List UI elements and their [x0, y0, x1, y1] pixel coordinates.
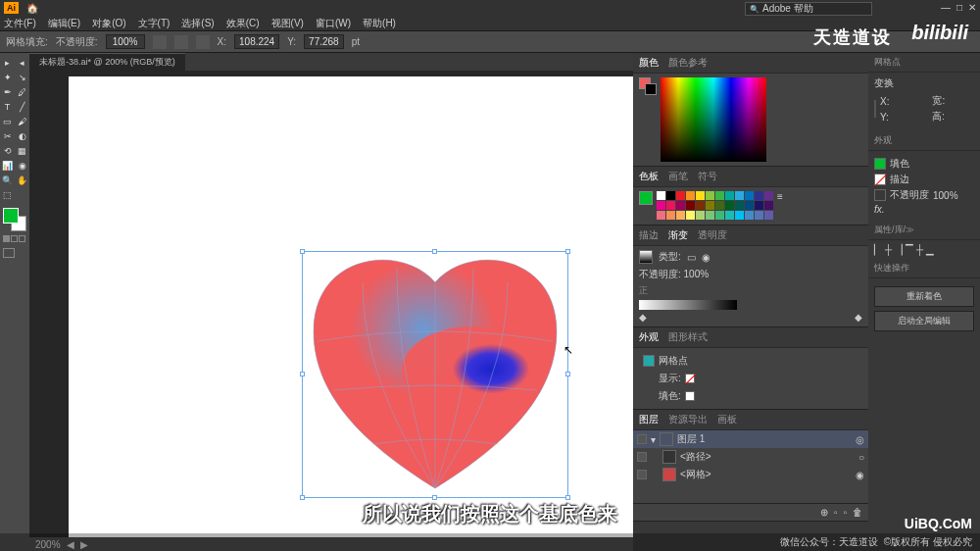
- target-icon[interactable]: ◎: [856, 434, 864, 445]
- artboard-tool[interactable]: ⬚: [0, 187, 15, 202]
- swatch[interactable]: [725, 201, 734, 210]
- object-name[interactable]: <网格>: [680, 468, 711, 481]
- gradient-thumb[interactable]: [639, 250, 653, 264]
- swatch[interactable]: [686, 201, 695, 210]
- swatch[interactable]: [676, 211, 685, 220]
- zoom-tool[interactable]: 🔍: [0, 173, 15, 187]
- swatch[interactable]: [745, 191, 754, 200]
- swatch[interactable]: [764, 201, 773, 210]
- color-mode-solid[interactable]: [3, 235, 10, 242]
- pen-tool[interactable]: ✒: [0, 84, 15, 99]
- appear-stroke-swatch[interactable]: [685, 391, 695, 401]
- scissors-tool[interactable]: ✂: [0, 128, 15, 143]
- tab-gradient[interactable]: 渐变: [668, 228, 688, 242]
- hand-tool[interactable]: ✋: [15, 173, 29, 187]
- tab-layers[interactable]: 图层: [639, 413, 659, 426]
- swatch[interactable]: [696, 211, 705, 220]
- close-button[interactable]: ✕: [968, 2, 976, 13]
- swatch[interactable]: [706, 201, 714, 210]
- direct-selection-tool[interactable]: ◂: [15, 55, 29, 70]
- color-mode-gradient[interactable]: [11, 235, 18, 242]
- gradient-stop-right[interactable]: ◆: [855, 312, 862, 323]
- swatch[interactable]: [666, 211, 675, 220]
- handle-ml[interactable]: [300, 372, 305, 376]
- swatch[interactable]: [745, 201, 754, 210]
- reference-point[interactable]: [874, 100, 876, 118]
- swatch[interactable]: [686, 191, 695, 200]
- magic-wand-tool[interactable]: ✦: [0, 70, 15, 84]
- handle-tl[interactable]: [300, 249, 305, 254]
- maximize-button[interactable]: □: [956, 2, 962, 13]
- prop-stroke-swatch[interactable]: [874, 174, 886, 185]
- align-left-icon[interactable]: ▏: [874, 244, 882, 255]
- lasso-tool[interactable]: ↘: [15, 70, 29, 84]
- swatch[interactable]: [657, 211, 665, 220]
- line-tool[interactable]: ╱: [15, 99, 29, 114]
- swatch[interactable]: [696, 191, 705, 200]
- menu-object[interactable]: 对象(O): [92, 17, 125, 30]
- panel-fill-swatch[interactable]: [639, 191, 653, 205]
- swatch[interactable]: [755, 191, 763, 200]
- menu-select[interactable]: 选择(S): [181, 17, 214, 30]
- menu-file[interactable]: 文件(F): [4, 17, 36, 30]
- expand-icon[interactable]: ▾: [651, 434, 656, 445]
- handle-bl[interactable]: [300, 495, 305, 500]
- selection-tool[interactable]: ▸: [0, 55, 15, 70]
- y-input[interactable]: 77.268: [304, 34, 344, 49]
- prop-fill-swatch[interactable]: [874, 158, 886, 170]
- swatch[interactable]: [725, 211, 734, 220]
- visibility-toggle[interactable]: [637, 452, 647, 462]
- align-top-icon[interactable]: ▔: [906, 244, 913, 255]
- handle-br[interactable]: [565, 495, 570, 500]
- swatch[interactable]: [676, 191, 685, 200]
- tab-color-guide[interactable]: 颜色参考: [668, 56, 708, 70]
- canvas-viewport[interactable]: ↖: [29, 71, 633, 537]
- swatch[interactable]: [764, 191, 773, 200]
- menu-help[interactable]: 帮助(H): [363, 17, 396, 30]
- object-name[interactable]: <路径>: [680, 450, 711, 464]
- align-icon-2[interactable]: [174, 35, 188, 49]
- appear-fill-swatch[interactable]: [685, 374, 695, 383]
- visibility-toggle[interactable]: [637, 470, 647, 479]
- tab-swatches[interactable]: 色板: [639, 170, 659, 183]
- menu-view[interactable]: 视图(V): [271, 17, 304, 30]
- prop-opacity-input[interactable]: 100%: [933, 190, 958, 201]
- gradient-tool[interactable]: ◉: [15, 158, 29, 173]
- swatch[interactable]: [715, 191, 724, 200]
- swatch[interactable]: [755, 211, 763, 220]
- swatch[interactable]: [715, 201, 724, 210]
- curvature-tool[interactable]: 🖊: [15, 84, 29, 99]
- global-edit-button[interactable]: 启动全局编辑: [874, 311, 974, 331]
- opacity-input[interactable]: 100%: [106, 34, 145, 49]
- swatch[interactable]: [676, 201, 685, 210]
- align-icon-3[interactable]: [196, 35, 210, 49]
- rotate-tool[interactable]: ◐: [15, 128, 29, 143]
- swatch[interactable]: [745, 211, 754, 220]
- radial-gradient-icon[interactable]: ◉: [702, 252, 710, 263]
- swatch[interactable]: [657, 191, 665, 200]
- swatch[interactable]: [686, 211, 695, 220]
- rectangle-tool[interactable]: ▭: [0, 114, 15, 128]
- tab-transparency[interactable]: 透明度: [698, 228, 727, 242]
- swatch[interactable]: [666, 191, 675, 200]
- fill-swatch[interactable]: [3, 208, 19, 224]
- menu-edit[interactable]: 编辑(E): [48, 17, 80, 30]
- prop-opacity-swatch[interactable]: [874, 189, 886, 201]
- align-right-icon[interactable]: ▕: [895, 244, 903, 255]
- target-icon[interactable]: ○: [858, 452, 864, 463]
- swatch[interactable]: [735, 211, 744, 220]
- swatch[interactable]: [657, 201, 665, 210]
- swatch-list-icon[interactable]: ≡: [777, 191, 783, 202]
- tab-color[interactable]: 颜色: [639, 56, 659, 70]
- handle-tm[interactable]: [432, 249, 437, 254]
- fx-label[interactable]: fx.: [874, 204, 885, 215]
- home-icon[interactable]: 🏠: [26, 3, 38, 14]
- swatch[interactable]: [715, 211, 724, 220]
- tab-artboards[interactable]: 画板: [717, 413, 737, 426]
- swatch[interactable]: [706, 191, 714, 200]
- gradient-ramp[interactable]: [639, 300, 737, 310]
- handle-bm[interactable]: [432, 495, 437, 500]
- tab-graphic-styles[interactable]: 图形样式: [668, 330, 708, 344]
- swatch[interactable]: [755, 201, 763, 210]
- tab-symbols[interactable]: 符号: [698, 170, 717, 183]
